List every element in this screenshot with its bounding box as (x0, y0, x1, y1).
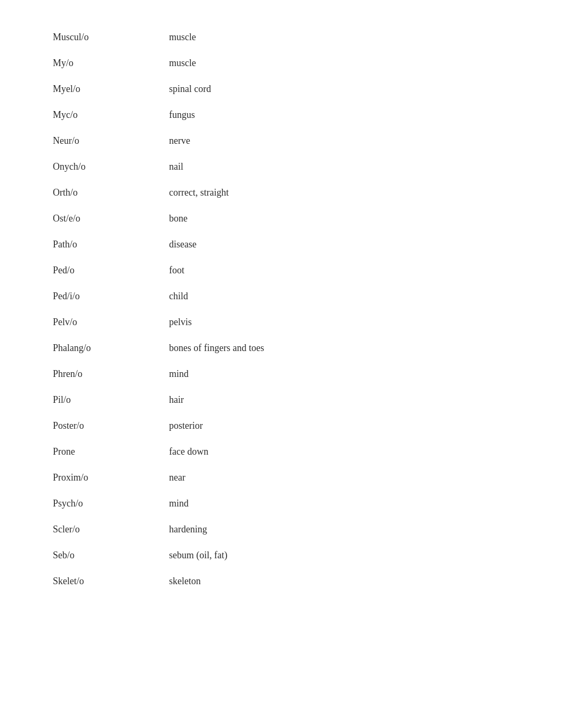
table-row: Pelv/opelvis (53, 317, 508, 328)
table-row: Ped/i/ochild (53, 291, 508, 302)
table-row: Skelet/oskeleton (53, 576, 508, 587)
definition-label: hair (169, 394, 184, 406)
definition-label: sebum (oil, fat) (169, 550, 227, 561)
table-row: Ped/ofoot (53, 265, 508, 276)
definition-label: child (169, 291, 188, 302)
table-row: Psych/omind (53, 498, 508, 509)
definition-label: mind (169, 498, 189, 509)
table-row: Proneface down (53, 446, 508, 457)
term-label: Ped/i/o (53, 291, 169, 302)
table-row: Scler/ohardening (53, 524, 508, 535)
term-label: Ost/e/o (53, 213, 169, 224)
term-label: Seb/o (53, 550, 169, 561)
table-row: Phalang/obones of fingers and toes (53, 343, 508, 354)
definition-label: disease (169, 239, 197, 250)
definition-label: nail (169, 161, 183, 172)
definition-label: spinal cord (169, 84, 211, 95)
table-row: Path/odisease (53, 239, 508, 250)
table-row: Ost/e/obone (53, 213, 508, 224)
definition-label: bones of fingers and toes (169, 343, 264, 354)
term-label: Scler/o (53, 524, 169, 535)
definition-label: near (169, 472, 185, 483)
term-label: Onych/o (53, 161, 169, 172)
definition-label: nerve (169, 135, 190, 146)
table-row: Muscul/omuscle (53, 32, 508, 43)
table-row: Neur/onerve (53, 135, 508, 146)
term-label: Phren/o (53, 368, 169, 380)
term-label: Path/o (53, 239, 169, 250)
term-label: Muscul/o (53, 32, 169, 43)
table-row: Proxim/onear (53, 472, 508, 483)
table-row: Poster/oposterior (53, 420, 508, 431)
main-content: Muscul/omuscleMy/omuscleMyel/ospinal cor… (0, 0, 561, 633)
definition-label: pelvis (169, 317, 192, 328)
definition-label: correct, straight (169, 187, 229, 198)
term-label: Poster/o (53, 420, 169, 431)
definition-label: muscle (169, 32, 196, 43)
table-row: Orth/ocorrect, straight (53, 187, 508, 198)
table-row: Myc/ofungus (53, 109, 508, 121)
table-row: My/omuscle (53, 58, 508, 69)
definition-label: skeleton (169, 576, 201, 587)
definition-label: posterior (169, 420, 203, 431)
definition-label: face down (169, 446, 208, 457)
term-label: Pil/o (53, 394, 169, 406)
term-label: Proxim/o (53, 472, 169, 483)
term-label: Psych/o (53, 498, 169, 509)
table-row: Pil/ohair (53, 394, 508, 406)
term-label: Skelet/o (53, 576, 169, 587)
definition-label: fungus (169, 109, 195, 121)
definition-label: mind (169, 368, 189, 380)
table-row: Phren/omind (53, 368, 508, 380)
term-label: Ped/o (53, 265, 169, 276)
term-label: Myel/o (53, 84, 169, 95)
term-label: Neur/o (53, 135, 169, 146)
term-label: Phalang/o (53, 343, 169, 354)
term-label: Myc/o (53, 109, 169, 121)
table-row: Seb/osebum (oil, fat) (53, 550, 508, 561)
definition-label: muscle (169, 58, 196, 69)
term-label: Prone (53, 446, 169, 457)
definition-label: foot (169, 265, 184, 276)
term-label: Orth/o (53, 187, 169, 198)
terms-list: Muscul/omuscleMy/omuscleMyel/ospinal cor… (53, 32, 508, 587)
definition-label: bone (169, 213, 188, 224)
definition-label: hardening (169, 524, 207, 535)
term-label: My/o (53, 58, 169, 69)
table-row: Onych/onail (53, 161, 508, 172)
table-row: Myel/ospinal cord (53, 84, 508, 95)
term-label: Pelv/o (53, 317, 169, 328)
